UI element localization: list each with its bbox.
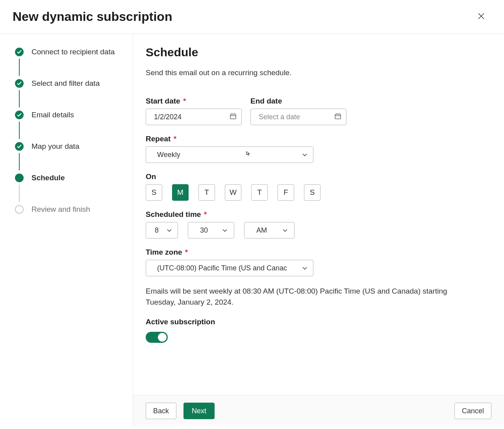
on-label: On	[146, 172, 488, 181]
day-sunday[interactable]: S	[146, 184, 162, 201]
minute-value: 30	[200, 226, 208, 235]
back-button[interactable]: Back	[146, 403, 176, 419]
step-connect-recipient-data[interactable]: Connect to recipient data	[15, 48, 121, 56]
active-subscription-toggle[interactable]	[146, 332, 168, 343]
repeat-value: Weekly	[157, 151, 180, 159]
step-email-details[interactable]: Email details	[15, 111, 121, 119]
section-description: Send this email out on a recurring sched…	[146, 68, 488, 77]
days-of-week: S M T W T F S	[146, 184, 488, 201]
chevron-down-icon	[302, 151, 308, 159]
end-date-input[interactable]	[250, 109, 346, 125]
day-monday[interactable]: M	[172, 184, 189, 201]
step-label: Review and finish	[32, 205, 90, 214]
next-button[interactable]: Next	[183, 403, 215, 419]
step-label: Connect to recipient data	[32, 48, 115, 56]
end-date-field[interactable]	[258, 113, 325, 122]
step-label: Map your data	[32, 142, 79, 151]
step-label: Email details	[32, 111, 74, 119]
cancel-button[interactable]: Cancel	[454, 403, 491, 419]
step-label: Select and filter data	[32, 79, 100, 88]
step-map-your-data[interactable]: Map your data	[15, 142, 121, 151]
chevron-down-icon	[167, 226, 172, 235]
schedule-summary: Emails will be sent weekly at 08:30 AM (…	[146, 286, 449, 307]
day-wednesday[interactable]: W	[225, 184, 241, 201]
hour-select[interactable]: 8	[146, 222, 178, 239]
start-date-field[interactable]	[153, 113, 220, 122]
timezone-select[interactable]: (UTC-08:00) Pacific Time (US and Canac	[146, 260, 313, 276]
minute-select[interactable]: 30	[188, 222, 234, 239]
svg-rect-1	[335, 114, 341, 119]
day-saturday[interactable]: S	[304, 184, 321, 201]
step-review-finish[interactable]: Review and finish	[15, 205, 121, 214]
end-date-label: End date	[250, 97, 346, 105]
timezone-label: Time zone *	[146, 248, 488, 257]
close-button[interactable]	[474, 10, 488, 24]
start-date-input[interactable]	[146, 109, 242, 125]
wizard-footer: Back Next Cancel	[133, 395, 504, 426]
day-tuesday[interactable]: T	[198, 184, 215, 201]
chevron-down-icon	[302, 264, 308, 272]
repeat-select[interactable]: Weekly	[146, 146, 313, 163]
calendar-icon	[334, 113, 341, 121]
active-subscription-label: Active subscription	[146, 318, 488, 326]
page-title: New dynamic subscription	[13, 9, 172, 24]
start-date-label: Start date *	[146, 97, 242, 105]
ampm-value: AM	[256, 226, 267, 235]
repeat-label: Repeat *	[146, 135, 488, 143]
ampm-select[interactable]: AM	[244, 222, 295, 239]
scheduled-time-label: Scheduled time *	[146, 210, 488, 219]
day-friday[interactable]: F	[278, 184, 294, 201]
step-select-filter-data[interactable]: Select and filter data	[15, 79, 121, 88]
section-heading: Schedule	[146, 46, 488, 59]
day-thursday[interactable]: T	[251, 184, 268, 201]
timezone-value: (UTC-08:00) Pacific Time (US and Canac	[157, 264, 287, 272]
step-label: Schedule	[32, 174, 65, 182]
chevron-down-icon	[222, 226, 228, 235]
hour-value: 8	[155, 226, 159, 235]
calendar-icon	[230, 113, 237, 121]
step-schedule[interactable]: Schedule	[15, 174, 121, 182]
wizard-stepper: Connect to recipient data Select and fil…	[0, 34, 133, 426]
close-icon	[478, 13, 485, 21]
svg-rect-0	[230, 114, 236, 119]
toggle-knob	[158, 333, 167, 342]
chevron-down-icon	[282, 226, 288, 235]
